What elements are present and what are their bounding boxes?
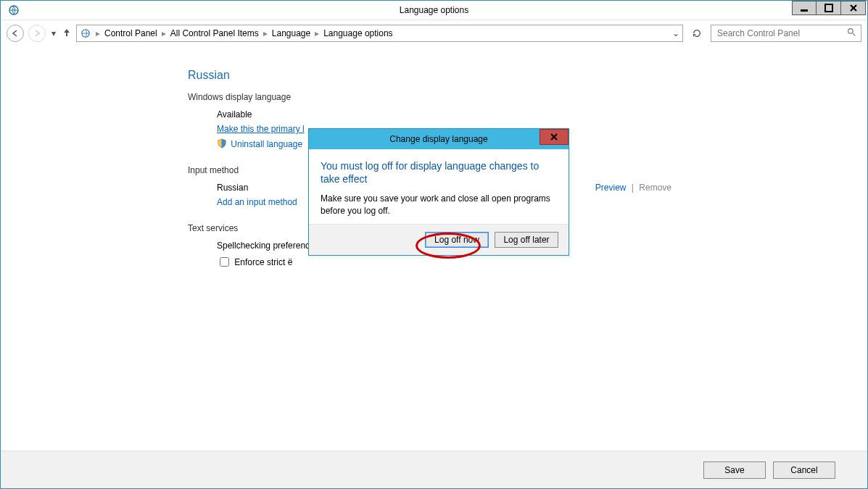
enforce-strict-e-checkbox[interactable] — [220, 257, 229, 267]
language-app-icon — [7, 3, 21, 17]
preview-link[interactable]: Preview — [595, 183, 627, 193]
log-off-now-button[interactable]: Log off now — [425, 232, 489, 248]
enforce-strict-e-label: Enforce strict ё — [234, 257, 292, 267]
address-bar[interactable]: ▸ Control Panel ▸ All Control Panel Item… — [76, 25, 683, 42]
language-path-icon — [80, 28, 91, 39]
cancel-button[interactable]: Cancel — [773, 461, 835, 479]
dialog-button-row: Log off now Log off later — [309, 224, 569, 255]
address-dropdown-icon[interactable]: ⌄ — [672, 28, 679, 38]
window-title: Language options — [400, 5, 468, 15]
svg-rect-2 — [825, 4, 832, 12]
breadcrumb-sep: ▸ — [312, 28, 322, 38]
log-off-later-button[interactable]: Log off later — [495, 232, 558, 248]
breadcrumb-sep: ▸ — [93, 28, 103, 38]
breadcrumb-sep: ▸ — [159, 28, 169, 38]
uninstall-language-link[interactable]: Uninstall language — [231, 139, 302, 149]
remove-link[interactable]: Remove — [639, 183, 671, 193]
link-separator: | — [629, 183, 637, 193]
nav-up-button[interactable] — [62, 28, 72, 40]
maximize-button[interactable] — [817, 1, 841, 15]
nav-back-button[interactable] — [7, 25, 24, 42]
save-button[interactable]: Save — [703, 461, 766, 479]
breadcrumb-language-options[interactable]: Language options — [323, 28, 392, 38]
search-icon — [847, 28, 856, 39]
refresh-button[interactable] — [687, 25, 706, 42]
dialog-titlebar[interactable]: Change display language — [309, 129, 569, 149]
footer-bar: Save Cancel — [1, 451, 867, 488]
nav-forward-button[interactable] — [28, 25, 46, 42]
input-method-value: Russian — [217, 183, 248, 193]
window-controls — [792, 1, 866, 15]
change-display-language-dialog: Change display language You must log off… — [308, 128, 569, 256]
breadcrumb-all-items[interactable]: All Control Panel Items — [170, 28, 259, 38]
add-input-method-link[interactable]: Add an input method — [217, 197, 297, 207]
dialog-heading: You must log off for display language ch… — [321, 159, 557, 185]
svg-rect-1 — [801, 9, 808, 12]
dialog-message: Make sure you save your work and close a… — [321, 193, 557, 216]
breadcrumb-control-panel[interactable]: Control Panel — [104, 28, 157, 38]
dialog-title: Change display language — [389, 134, 487, 144]
display-language-status: Available — [217, 109, 867, 120]
navigation-bar: ▾ ▸ Control Panel ▸ All Control Panel It… — [1, 20, 867, 46]
page-heading: Russian — [188, 69, 867, 82]
nav-history-dropdown[interactable]: ▾ — [50, 28, 57, 38]
close-button[interactable] — [841, 1, 866, 15]
window-titlebar: Language options — [1, 1, 867, 20]
svg-point-4 — [848, 29, 853, 34]
breadcrumb-sep: ▸ — [260, 28, 270, 38]
display-language-label: Windows display language — [188, 92, 867, 102]
search-box[interactable] — [711, 25, 861, 42]
dialog-body: You must log off for display language ch… — [309, 149, 569, 224]
make-primary-link[interactable]: Make this the primary l — [217, 124, 305, 134]
uac-shield-icon — [217, 138, 227, 149]
breadcrumb-language[interactable]: Language — [272, 28, 310, 38]
dialog-close-button[interactable] — [540, 129, 569, 145]
minimize-button[interactable] — [792, 1, 817, 15]
search-input[interactable] — [716, 28, 839, 39]
